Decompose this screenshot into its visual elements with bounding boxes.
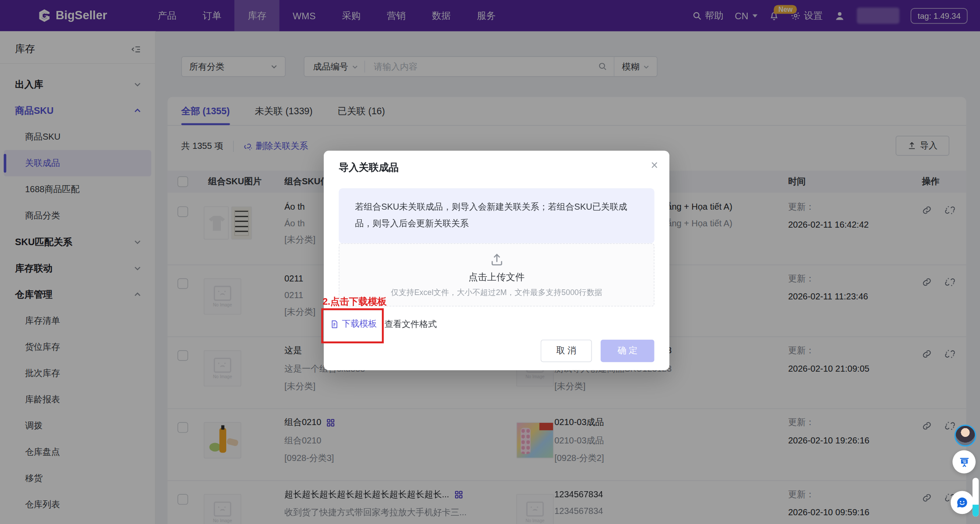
scrollbar[interactable] <box>973 478 979 517</box>
modal-info-banner: 若组合SKU未关联成品，则导入会新建关联关系；若组合SKU已关联成品，则导入后会… <box>339 188 654 243</box>
modal-title: 导入关联成品 <box>339 162 399 175</box>
tutorial-button[interactable] <box>952 450 976 474</box>
view-file-format-link[interactable]: 查看文件格式 <box>385 319 437 331</box>
app: BigSeller 产品 订单 库存 WMS 采购 营销 数据 服务 帮助 CN… <box>0 0 980 524</box>
cancel-button[interactable]: 取 消 <box>541 340 592 362</box>
upload-icon <box>489 253 504 267</box>
feedback-button[interactable] <box>951 491 974 514</box>
annotation-step2-text: 2.点击下载模板 <box>322 296 386 308</box>
presentation-board-icon <box>959 456 970 468</box>
smiley-icon <box>956 496 968 508</box>
annotation-highlight-box <box>321 308 384 343</box>
close-icon[interactable]: × <box>651 158 658 172</box>
upload-text: 点击上传文件 <box>340 271 654 283</box>
confirm-button[interactable]: 确 定 <box>601 340 654 362</box>
support-avatar[interactable] <box>954 425 976 447</box>
